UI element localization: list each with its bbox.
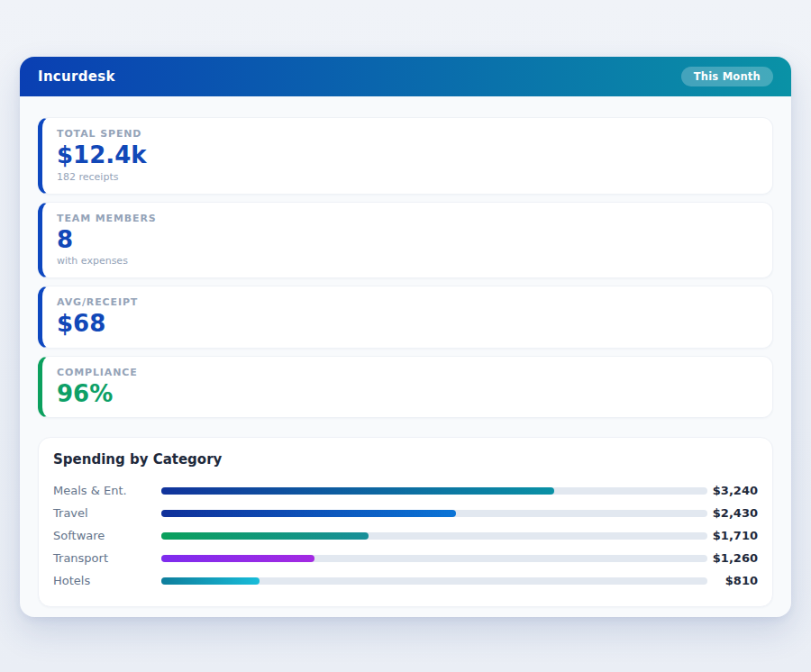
stat-label: AVG/RECEIPT — [57, 296, 758, 308]
bar-fill-meals — [161, 487, 554, 495]
category-rows: Meals & Ent. $3,240 Travel $2,430 Softwa… — [53, 479, 758, 592]
category-row-travel: Travel $2,430 — [53, 502, 758, 524]
stat-subtext: with expenses — [57, 255, 758, 267]
category-value: $1,710 — [707, 529, 758, 542]
stat-subtext: 182 receipts — [57, 171, 758, 183]
category-label: Travel — [53, 506, 161, 520]
category-label: Hotels — [53, 574, 161, 587]
bar-fill-travel — [161, 510, 456, 517]
period-badge[interactable]: This Month — [681, 67, 773, 86]
category-label: Software — [53, 529, 161, 542]
spending-by-category-card: Spending by Category Meals & Ent. $3,240… — [38, 437, 773, 607]
stat-card-avg-receipt: AVG/RECEIPT $68 — [38, 286, 773, 349]
stat-value: 96% — [57, 381, 758, 407]
category-value: $810 — [707, 574, 758, 587]
category-label: Transport — [53, 551, 161, 565]
stat-label: TEAM MEMBERS — [57, 213, 758, 224]
category-row-meals: Meals & Ent. $3,240 — [53, 479, 758, 502]
category-value: $3,240 — [707, 484, 758, 497]
stat-card-total-spend: TOTAL SPEND $12.4k 182 receipts — [38, 117, 773, 195]
category-row-hotels: Hotels $810 — [53, 569, 758, 592]
app-header: Incurdesk This Month — [20, 57, 791, 96]
dashboard-content: TOTAL SPEND $12.4k 182 receipts TEAM MEM… — [20, 96, 791, 617]
app-title: Incurdesk — [38, 68, 115, 85]
bar-fill-transport — [161, 555, 314, 562]
bar-track — [161, 577, 707, 585]
category-value: $2,430 — [707, 506, 758, 520]
category-value: $1,260 — [707, 551, 758, 565]
category-label: Meals & Ent. — [53, 484, 161, 497]
stat-value: $12.4k — [57, 142, 758, 168]
stat-label: TOTAL SPEND — [57, 128, 758, 140]
bar-track — [161, 487, 707, 495]
category-row-software: Software $1,710 — [53, 524, 758, 547]
stat-value: 8 — [57, 227, 758, 253]
stat-value: $68 — [57, 311, 758, 337]
dashboard-panel: Incurdesk This Month TOTAL SPEND $12.4k … — [20, 57, 791, 617]
stat-card-team-members: TEAM MEMBERS 8 with expenses — [38, 202, 773, 279]
bar-track — [161, 532, 707, 540]
bar-track — [161, 510, 707, 517]
bar-fill-software — [161, 532, 369, 540]
stat-card-compliance: COMPLIANCE 96% — [38, 356, 773, 419]
stat-label: COMPLIANCE — [57, 367, 758, 378]
page-background: { "header": { "app_title": "Incurdesk", … — [0, 0, 811, 672]
chart-title: Spending by Category — [53, 451, 758, 468]
bar-fill-hotels — [161, 577, 260, 585]
bar-track — [161, 555, 707, 562]
category-row-transport: Transport $1,260 — [53, 547, 758, 569]
